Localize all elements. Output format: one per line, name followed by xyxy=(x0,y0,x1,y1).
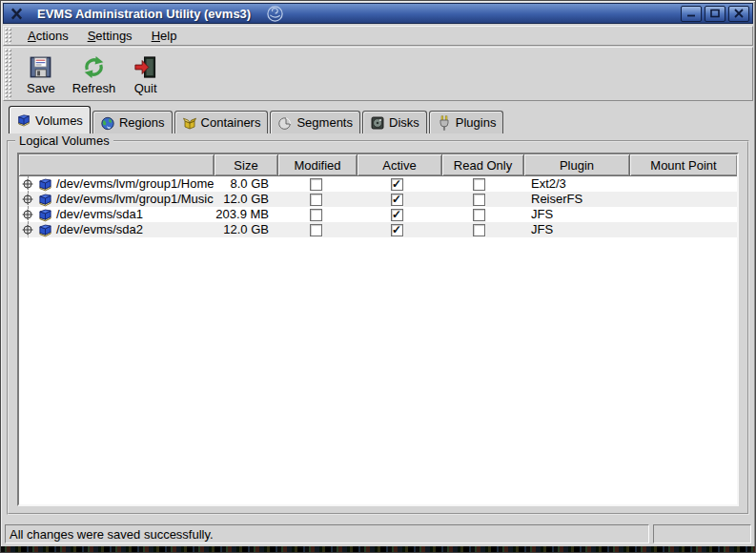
volume-mount-point xyxy=(624,207,737,222)
tab-containers[interactable]: Containers xyxy=(174,111,269,133)
spiral-logo-icon xyxy=(266,5,284,23)
volume-size: 12.0 GB xyxy=(214,192,276,207)
volume-mount-point xyxy=(624,176,737,192)
active-checkbox[interactable]: ✓ xyxy=(391,224,403,236)
close-icon xyxy=(733,9,745,18)
table-header-row: Size Modified Active Read Only Plugin Mo… xyxy=(19,154,737,176)
status-side-panel xyxy=(653,524,751,543)
readonly-checkbox[interactable] xyxy=(473,224,485,236)
globe-icon xyxy=(100,115,115,131)
column-header-modified[interactable]: Modified xyxy=(278,154,357,175)
tree-expander-icon[interactable] xyxy=(21,208,34,221)
tab-volumes-label: Volumes xyxy=(35,113,83,128)
hard-disk-icon xyxy=(370,115,385,131)
active-checkbox[interactable]: ✓ xyxy=(391,209,403,221)
tab-disks-label: Disks xyxy=(389,115,419,130)
volume-plugin: JFS xyxy=(520,222,624,237)
save-button[interactable]: Save xyxy=(19,50,63,98)
groupbox-title: Logical Volumes xyxy=(15,133,113,148)
logical-volumes-groupbox: Logical Volumes Size Modified Active Rea… xyxy=(7,140,749,515)
column-header-name[interactable] xyxy=(19,154,214,175)
refresh-button[interactable]: Refresh xyxy=(65,50,124,98)
active-checkbox[interactable]: ✓ xyxy=(391,194,403,206)
tab-plugins[interactable]: Plugins xyxy=(429,111,504,133)
save-floppy-icon xyxy=(28,54,53,80)
volume-name: /dev/evms/lvm/group1/Home xyxy=(56,176,214,192)
status-message: All changes were saved successfully. xyxy=(10,527,214,542)
readonly-checkbox[interactable] xyxy=(473,178,485,191)
quit-button[interactable]: Quit xyxy=(125,50,166,98)
modified-checkbox[interactable] xyxy=(310,194,322,206)
column-header-plugin[interactable]: Plugin xyxy=(524,154,629,175)
volume-book-icon xyxy=(37,177,53,192)
open-box-icon xyxy=(182,115,197,131)
window-title: EVMS Administration Utility (evms3) xyxy=(37,7,251,21)
menubar-grip-handle[interactable] xyxy=(5,28,11,44)
app-window: EVMS Administration Utility (evms3) Acti… xyxy=(0,0,756,553)
volume-name: /dev/evms/sda1 xyxy=(56,207,143,222)
menu-actions[interactable]: Actions xyxy=(18,28,78,44)
volume-name: /dev/evms/lvm/group1/Music xyxy=(56,192,214,207)
volume-mount-point xyxy=(624,192,737,207)
quit-button-label: Quit xyxy=(134,81,157,95)
quit-door-icon xyxy=(133,54,158,80)
tab-regions-label: Regions xyxy=(119,115,165,130)
modified-checkbox[interactable] xyxy=(310,178,322,191)
screen-edge-artifact-strip xyxy=(1,546,755,552)
volume-book-icon xyxy=(37,193,53,207)
refresh-arrows-icon xyxy=(81,54,107,80)
volume-size: 12.0 GB xyxy=(214,222,276,237)
tab-disks[interactable]: Disks xyxy=(362,111,427,133)
tab-volumes[interactable]: Volumes xyxy=(9,106,91,133)
volume-book-icon xyxy=(37,223,53,237)
table-body: /dev/evms/lvm/group1/Home 8.0 GB ✓ Ext2/… xyxy=(19,176,737,504)
maximize-button[interactable] xyxy=(705,6,725,22)
menu-settings[interactable]: Settings xyxy=(78,28,142,44)
save-button-label: Save xyxy=(27,81,55,95)
tab-containers-label: Containers xyxy=(201,115,261,130)
column-header-size[interactable]: Size xyxy=(215,154,277,175)
tab-regions[interactable]: Regions xyxy=(92,111,173,133)
close-button[interactable] xyxy=(728,6,749,22)
refresh-button-label: Refresh xyxy=(72,81,116,95)
notebook-tabstrip: Volumes Regions Containers Segments Disk… xyxy=(3,106,753,133)
table-row[interactable]: /dev/evms/lvm/group1/Home 8.0 GB ✓ Ext2/… xyxy=(19,176,737,192)
book-icon xyxy=(16,113,31,128)
column-header-readonly[interactable]: Read Only xyxy=(442,154,523,175)
volume-plugin: ReiserFS xyxy=(520,192,624,207)
volume-size: 203.9 MB xyxy=(214,207,276,222)
toolbar-grip-handle[interactable] xyxy=(5,49,11,99)
table-row[interactable]: /dev/evms/lvm/group1/Music 12.0 GB ✓ Rei… xyxy=(19,192,737,207)
volume-name: /dev/evms/sda2 xyxy=(56,222,143,237)
tree-expander-icon[interactable] xyxy=(21,193,34,206)
table-row[interactable]: /dev/evms/sda1 203.9 MB ✓ JFS xyxy=(19,207,737,222)
table-row[interactable]: /dev/evms/sda2 12.0 GB ✓ JFS xyxy=(19,222,737,237)
menu-help[interactable]: Help xyxy=(142,28,187,44)
toolbar: Save Refresh Quit xyxy=(3,47,753,101)
menubar: Actions Settings Help xyxy=(3,26,753,46)
tab-plugins-label: Plugins xyxy=(456,115,497,130)
readonly-checkbox[interactable] xyxy=(473,209,485,221)
volume-plugin: JFS xyxy=(520,207,624,222)
column-header-active[interactable]: Active xyxy=(358,154,441,175)
volume-size: 8.0 GB xyxy=(214,176,276,192)
modified-checkbox[interactable] xyxy=(310,209,322,221)
active-checkbox[interactable]: ✓ xyxy=(391,178,403,191)
notebook-page-volumes: Logical Volumes Size Modified Active Rea… xyxy=(3,133,753,522)
volumes-table: Size Modified Active Read Only Plugin Mo… xyxy=(17,153,739,506)
tree-expander-icon[interactable] xyxy=(21,223,34,236)
volume-mount-point xyxy=(624,222,737,237)
modified-checkbox[interactable] xyxy=(310,224,322,236)
statusbar: All changes were saved successfully. xyxy=(5,524,751,543)
tree-expander-icon[interactable] xyxy=(21,177,34,191)
tab-segments-label: Segments xyxy=(296,115,353,130)
minimize-button[interactable] xyxy=(681,6,702,22)
titlebar[interactable]: EVMS Administration Utility (evms3) xyxy=(3,3,753,24)
status-message-panel: All changes were saved successfully. xyxy=(5,524,649,543)
plug-icon xyxy=(437,115,452,131)
readonly-checkbox[interactable] xyxy=(473,194,485,206)
window-menu-x-logo-icon[interactable] xyxy=(7,6,26,22)
column-header-mountpoint[interactable]: Mount Point xyxy=(630,154,737,175)
pie-segment-icon xyxy=(277,115,293,131)
tab-segments[interactable]: Segments xyxy=(270,111,360,133)
